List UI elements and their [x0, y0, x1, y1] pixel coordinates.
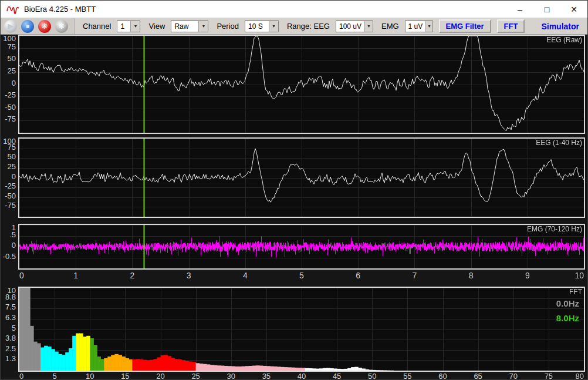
x-tick-label: 7 — [412, 271, 417, 280]
y-tick-label: 6.3 — [5, 313, 16, 322]
eeg-filtered-plot[interactable]: EEG (1-40 Hz) — [18, 137, 585, 218]
fft-readout-gray: 0.0Hz — [556, 298, 579, 308]
channel-label: Channel — [83, 22, 111, 31]
period-value: 10 S — [245, 22, 266, 31]
emg-y-axis: 1.50-0.5 — [1, 224, 18, 270]
y-tick-label: 0 — [12, 241, 16, 250]
x-tick-label: 65 — [474, 372, 482, 380]
y-tick-label: 2.5 — [5, 344, 16, 353]
x-tick-label: 10 — [575, 271, 584, 280]
emg-filter-button[interactable]: EMG Filter — [439, 19, 491, 33]
x-tick-label: 2 — [130, 271, 134, 280]
view-label: View — [148, 22, 165, 31]
chevron-down-icon[interactable]: ▼ — [425, 21, 432, 32]
chevron-down-icon[interactable]: ▼ — [130, 21, 140, 32]
eeg-filtered-y-axis: 1007550250-25-50-75 — [1, 137, 18, 218]
x-tick-label: 70 — [509, 372, 518, 380]
x-tick-label: 50 — [368, 372, 376, 380]
x-tick-label: 3 — [187, 271, 191, 280]
bioera-window: BioEra 4.225 - MBTT – □ ✕ ▶ ■ ❋ ❋ Channe… — [0, 0, 588, 380]
y-tick-label: 25 — [8, 66, 16, 75]
eeg-raw-plot[interactable]: EEG (Raw) — [18, 35, 585, 134]
emg-canvas[interactable] — [19, 225, 584, 268]
time-axis: 012345678910 — [19, 270, 584, 283]
maximize-button[interactable]: □ — [533, 1, 560, 18]
y-tick-label: 7.5 — [5, 302, 16, 311]
range-emg-label: EMG — [381, 22, 399, 31]
y-tick-label: 5 — [12, 324, 16, 332]
y-tick-label: -25 — [5, 90, 16, 99]
eeg-raw-canvas[interactable] — [19, 36, 584, 133]
x-tick-label: 10 — [86, 372, 94, 380]
y-tick-label: 50 — [8, 152, 16, 161]
y-tick-label: 75 — [8, 42, 16, 51]
range-eeg-select[interactable]: 100 uV ▼ — [336, 21, 373, 32]
emg-panel: 1.50-0.5 EMG (70-120 Hz) — [1, 224, 587, 270]
range-emg-value: 1 uV — [405, 22, 426, 31]
fft-canvas[interactable] — [19, 288, 584, 371]
chevron-down-icon[interactable]: ▼ — [364, 21, 373, 32]
bioera-waveform-logo-icon — [6, 4, 19, 15]
x-tick-label: 15 — [121, 372, 129, 380]
eeg-filtered-panel: 1007550250-25-50-75 EEG (1-40 Hz) — [1, 137, 587, 218]
fft-panel: 108.87.56.353.82.51.3 FFT 0.0Hz 8.0Hz — [1, 287, 587, 372]
play-button[interactable]: ▶ — [4, 20, 17, 33]
x-tick-label: 9 — [525, 271, 530, 280]
y-tick-label: 3.8 — [5, 334, 16, 342]
x-tick-label: 8 — [469, 271, 474, 280]
range-emg-select[interactable]: 1 uV ▼ — [405, 21, 433, 32]
x-tick-label: 5 — [53, 372, 57, 380]
y-tick-label: -50 — [5, 103, 16, 112]
y-tick-label: 0 — [12, 79, 16, 88]
window-controls: – □ ✕ — [506, 1, 587, 18]
x-tick-label: 80 — [576, 372, 584, 380]
emg-title: EMG (70-120 Hz) — [527, 225, 582, 233]
fft-plot[interactable]: FFT 0.0Hz 8.0Hz — [18, 287, 585, 372]
y-tick-label: -75 — [5, 201, 16, 210]
period-select[interactable]: 10 S ▼ — [245, 21, 279, 32]
y-tick-label: 75 — [8, 143, 16, 152]
x-tick-label: 0 — [19, 372, 23, 380]
y-tick-label: -50 — [5, 191, 16, 200]
x-tick-label: 30 — [227, 372, 235, 380]
chevron-down-icon[interactable]: ▼ — [198, 21, 208, 32]
minimize-button[interactable]: – — [506, 1, 533, 18]
x-tick-label: 75 — [545, 372, 553, 380]
eeg-raw-y-axis: 1007550250-25-50-75 — [1, 35, 18, 134]
range-eeg-value: 100 uV — [336, 22, 364, 31]
x-tick-label: 4 — [243, 271, 248, 280]
y-tick-label: -75 — [5, 115, 16, 123]
fft-button[interactable]: FFT — [497, 19, 525, 33]
y-tick-label: .5 — [9, 230, 16, 239]
freeze-gray-button[interactable]: ❋ — [55, 20, 68, 33]
freeze-red-button[interactable]: ❋ — [38, 20, 51, 33]
x-tick-label: 45 — [333, 372, 341, 380]
close-button[interactable]: ✕ — [560, 1, 587, 18]
y-tick-label: 8.8 — [5, 292, 16, 301]
emg-plot[interactable]: EMG (70-120 Hz) — [18, 224, 585, 270]
fft-cursor-readouts: 0.0Hz 8.0Hz — [556, 298, 579, 328]
fft-readout-green: 8.0Hz — [556, 313, 579, 323]
period-label: Period — [217, 22, 239, 31]
chart-area: 1007550250-25-50-75 EEG (Raw) 1007550250… — [1, 35, 587, 380]
title-bar: BioEra 4.225 - MBTT – □ ✕ — [1, 1, 587, 18]
eeg-filtered-canvas[interactable] — [19, 139, 584, 217]
channel-select[interactable]: 1 ▼ — [117, 21, 140, 32]
x-tick-label: 20 — [156, 372, 164, 380]
stop-button[interactable]: ■ — [21, 20, 34, 33]
range-eeg-label: Range: EEG — [287, 22, 330, 31]
transport-buttons: ▶ ■ ❋ ❋ — [1, 18, 75, 34]
x-tick-label: 25 — [191, 372, 200, 380]
x-tick-label: 1 — [73, 271, 78, 280]
chevron-down-icon[interactable]: ▼ — [269, 21, 278, 32]
y-tick-label: -25 — [5, 181, 16, 190]
x-tick-label: 5 — [299, 271, 304, 280]
fft-title: FFT — [569, 288, 582, 296]
view-select[interactable]: Raw ▼ — [171, 21, 208, 32]
view-value: Raw — [171, 22, 191, 31]
y-tick-label: -0.5 — [3, 252, 16, 261]
x-tick-label: 35 — [262, 372, 271, 380]
x-tick-label: 40 — [298, 372, 306, 380]
fft-y-axis: 108.87.56.353.82.51.3 — [1, 287, 18, 372]
x-tick-label: 60 — [438, 372, 447, 380]
